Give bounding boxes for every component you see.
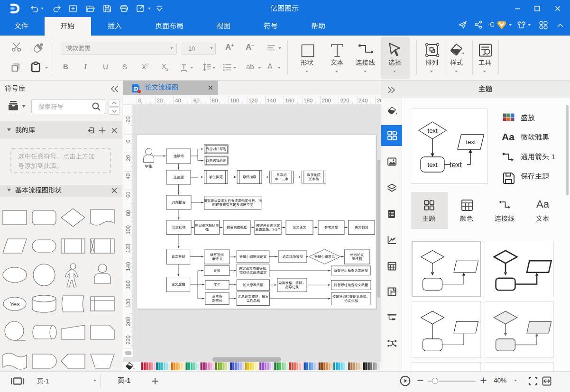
svg-text:100: 100	[230, 98, 239, 103]
svg-text:200: 200	[125, 317, 131, 326]
svg-text:200: 200	[322, 98, 331, 103]
svg-text:220: 220	[340, 98, 349, 103]
svg-text:120: 120	[248, 98, 257, 103]
svg-text:60: 60	[193, 98, 200, 103]
svg-text:0: 0	[138, 98, 141, 103]
svg-text:260: 260	[377, 98, 381, 103]
svg-text:20: 20	[125, 155, 131, 161]
svg-text:240: 240	[359, 98, 368, 103]
svg-text:text: text	[428, 127, 438, 134]
svg-text:-20: -20	[125, 117, 131, 125]
svg-text:text: text	[428, 161, 438, 168]
svg-text:180: 180	[125, 299, 131, 308]
svg-text:text: text	[466, 138, 476, 146]
svg-text:60: 60	[125, 191, 131, 198]
svg-text:160: 160	[125, 280, 131, 289]
svg-text:40: 40	[125, 173, 131, 180]
svg-text:40: 40	[175, 98, 181, 103]
svg-text:120: 120	[125, 244, 131, 253]
svg-text:180: 180	[303, 98, 313, 103]
svg-text:80: 80	[125, 210, 131, 216]
svg-text:140: 140	[267, 98, 276, 103]
svg-text:text: text	[450, 161, 462, 169]
svg-text:100: 100	[125, 225, 131, 234]
svg-text:80: 80	[212, 98, 218, 103]
svg-text:220: 220	[125, 336, 131, 345]
svg-text:160: 160	[285, 98, 294, 103]
svg-text:20: 20	[156, 98, 163, 103]
svg-text:140: 140	[125, 262, 131, 271]
svg-text:Yes: Yes	[9, 301, 20, 308]
svg-text:0: 0	[125, 140, 131, 143]
